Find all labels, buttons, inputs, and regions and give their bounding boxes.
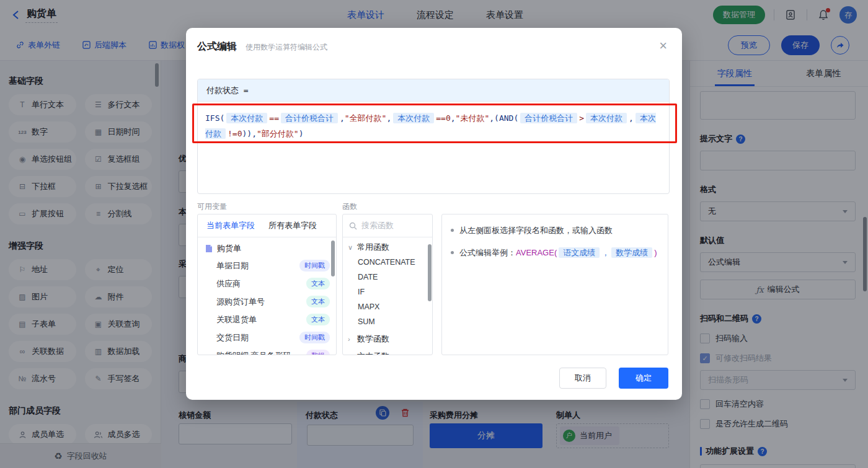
variable-field-row[interactable]: 源购货订单号文本 xyxy=(198,293,336,311)
tips-panel: 从左侧面板选择字段名和函数，或输入函数 公式编辑举例：AVERAGE(语文成绩，… xyxy=(441,214,668,355)
formula-token-fn: AND( xyxy=(499,113,518,123)
modal-title: 公式编辑 xyxy=(197,40,237,53)
formula-target-label: 付款状态 = xyxy=(198,79,669,102)
search-icon xyxy=(349,222,357,230)
functions-label: 函数 xyxy=(342,201,357,212)
formula-token-plain: , xyxy=(451,113,456,123)
tip-example: 公式编辑举例：AVERAGE(语文成绩，数学成绩) xyxy=(459,247,657,259)
tip-item: 从左侧面板选择字段名和函数，或输入函数 xyxy=(451,224,659,237)
form-tree-root[interactable]: 购货单 xyxy=(198,237,336,257)
function-group-数学函数[interactable]: ›数学函数 xyxy=(343,329,432,347)
field-type-badge: 文本 xyxy=(306,278,330,289)
modal-footer: 取消 确定 xyxy=(559,368,668,389)
function-search[interactable]: 搜索函数 xyxy=(343,214,432,237)
cancel-button[interactable]: 取消 xyxy=(559,368,606,389)
formula-token-op: > xyxy=(579,113,584,123)
field-type-badge: 数组 xyxy=(306,350,330,355)
function-item-SUM[interactable]: SUM xyxy=(343,314,432,329)
field-type-badge: 时间戳 xyxy=(299,260,330,272)
formula-token-op: ==0 xyxy=(436,113,450,123)
formula-token-chip: 本次付款 xyxy=(586,113,627,123)
functions-panel: 搜索函数 ∨常用函数CONCATENATEDATEIFMAPXSUM›数学函数›… xyxy=(342,214,433,355)
variable-field-list: 单据日期时间戳供应商文本源购货订单号文本关联退货单文本交货日期时间戳购货明细.商… xyxy=(198,257,336,355)
chevron-right-icon: › xyxy=(348,335,354,343)
variables-tab-当前表单字段[interactable]: 当前表单字段 xyxy=(206,220,255,231)
variable-field-name: 关联退货单 xyxy=(216,314,257,325)
tip-example-chip: 数学成绩 xyxy=(611,247,652,258)
formula-token-chip: 本次付款 xyxy=(226,113,267,123)
field-type-badge: 文本 xyxy=(306,296,330,307)
formula-edit-modal: 公式编辑 使用数学运算符编辑公式 × 付款状态 = IFS(本次付款==合计价税… xyxy=(186,28,682,400)
formula-token-plain: ) xyxy=(299,129,304,138)
function-group-label: 常用函数 xyxy=(357,242,389,253)
variables-panel: 当前表单字段所有表单字段 购货单 单据日期时间戳供应商文本源购货订单号文本关联退… xyxy=(197,214,337,355)
formula-token-str: "未付款" xyxy=(456,113,490,123)
variable-field-name: 购货明细.商品条形码 xyxy=(216,350,291,356)
formula-token-str: "全部付款" xyxy=(345,113,387,123)
function-item-CONCATENATE[interactable]: CONCATENATE xyxy=(343,255,432,270)
modal-header: 公式编辑 使用数学运算符编辑公式 xyxy=(186,28,682,53)
formula-token-plain: )), xyxy=(242,129,256,138)
variable-field-row[interactable]: 供应商文本 xyxy=(198,275,336,293)
function-item-MAPX[interactable]: MAPX xyxy=(343,299,432,314)
modal-subtitle: 使用数学运算符编辑公式 xyxy=(246,42,327,53)
variables-scrollbar[interactable] xyxy=(331,241,335,276)
formula-token-op: !=0 xyxy=(228,129,242,138)
field-type-badge: 文本 xyxy=(306,314,330,325)
variable-field-row[interactable]: 单据日期时间戳 xyxy=(198,257,336,275)
variable-field-row[interactable]: 关联退货单文本 xyxy=(198,311,336,329)
function-group-文本函数[interactable]: ›文本函数 xyxy=(343,347,432,355)
functions-scrollbar[interactable] xyxy=(428,244,432,301)
formula-token-chip: 合计价税合计 xyxy=(281,113,338,123)
variable-field-name: 交货日期 xyxy=(216,332,249,343)
variable-field-row[interactable]: 交货日期时间戳 xyxy=(198,329,336,347)
formula-token-plain: ,( xyxy=(489,113,499,123)
form-tree-root-label: 购货单 xyxy=(217,243,241,254)
chevron-right-icon: › xyxy=(348,353,354,355)
tip-example-chip: 语文成绩 xyxy=(559,247,600,258)
variable-field-name: 单据日期 xyxy=(216,260,249,272)
form-doc-icon xyxy=(205,244,213,253)
formula-token-fn: IFS( xyxy=(205,113,224,123)
variables-label: 可用变量 xyxy=(197,201,227,212)
function-list: ∨常用函数CONCATENATEDATEIFMAPXSUM›数学函数›文本函数 xyxy=(343,237,432,355)
tip-example-comma: ， xyxy=(601,248,609,257)
field-type-badge: 时间戳 xyxy=(299,332,330,343)
tip-example-fn: AVERAGE( xyxy=(516,248,557,257)
variable-field-name: 供应商 xyxy=(216,278,241,289)
formula-token-chip: 合计价税合计 xyxy=(520,113,577,123)
function-group-常用函数[interactable]: ∨常用函数 xyxy=(343,237,432,255)
formula-token-op: == xyxy=(269,113,279,123)
chevron-down-icon: ∨ xyxy=(348,244,354,252)
formula-token-plain: , xyxy=(340,113,345,123)
bullet-icon xyxy=(451,251,454,254)
function-group-label: 文本函数 xyxy=(357,351,389,355)
formula-token-chip: 本次付款 xyxy=(393,113,434,123)
tip-item: 公式编辑举例：AVERAGE(语文成绩，数学成绩) xyxy=(451,247,659,259)
confirm-button[interactable]: 确定 xyxy=(619,368,668,389)
variables-tabs: 当前表单字段所有表单字段 xyxy=(198,214,336,237)
formula-token-plain: , xyxy=(629,113,634,123)
variables-tab-所有表单字段[interactable]: 所有表单字段 xyxy=(268,220,317,231)
tip-text: 从左侧面板选择字段名和函数，或输入函数 xyxy=(459,224,613,237)
close-icon[interactable]: × xyxy=(659,39,667,53)
function-item-DATE[interactable]: DATE xyxy=(343,270,432,285)
formula-token-plain: , xyxy=(386,113,391,123)
variable-field-row[interactable]: 购货明细.商品条形码数组 xyxy=(198,347,336,355)
tip-example-prefix: 公式编辑举例： xyxy=(459,248,516,257)
function-item-IF[interactable]: IF xyxy=(343,285,432,299)
function-group-label: 数学函数 xyxy=(357,333,389,345)
formula-expression[interactable]: IFS(本次付款==合计价税合计,"全部付款",本次付款==0,"未付款",(A… xyxy=(198,102,669,150)
variable-field-name: 源购货订单号 xyxy=(216,296,265,307)
formula-token-str: "部分付款" xyxy=(257,129,299,138)
search-placeholder: 搜索函数 xyxy=(361,220,394,231)
bullet-icon xyxy=(451,229,454,232)
formula-editor[interactable]: 付款状态 = IFS(本次付款==合计价税合计,"全部付款",本次付款==0,"… xyxy=(197,79,670,194)
tip-example-close: ) xyxy=(654,248,657,257)
